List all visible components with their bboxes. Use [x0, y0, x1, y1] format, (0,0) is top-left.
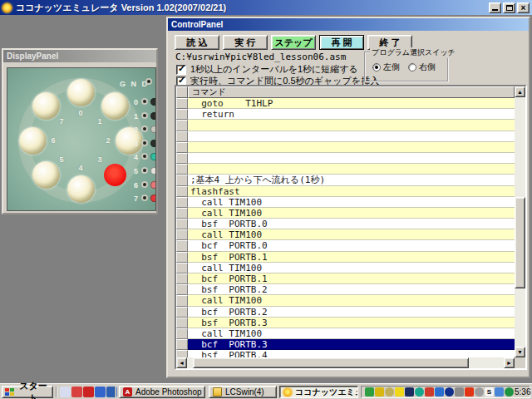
pin-label-5: 5 — [134, 167, 138, 175]
row-header-cell — [176, 263, 188, 273]
radio-left-side[interactable]: 左側 — [372, 62, 400, 73]
grid-row[interactable]: call TIM100 — [176, 229, 515, 240]
grid-row[interactable]: bcf PORTB.1 — [176, 273, 515, 284]
command-cell: bsf PORTB.4 — [188, 350, 515, 357]
grid-row[interactable]: bcf PORTB.0 — [176, 240, 515, 251]
grid-row[interactable]: bsf PORTB.2 — [176, 284, 515, 295]
pin-label-2: 2 — [134, 126, 138, 134]
quick-launch-icon-4[interactable] — [95, 387, 106, 397]
load-button[interactable]: 読 込 — [175, 35, 219, 50]
horizontal-scrollbar[interactable]: ◄ ► — [176, 357, 515, 368]
grid-row[interactable]: bsf PORTB.0 — [176, 219, 515, 229]
command-cell: bsf PORTB.1 — [188, 252, 515, 263]
scroll-down-button[interactable]: ▼ — [515, 347, 525, 357]
step-button[interactable]: ステップ — [271, 35, 316, 50]
resume-button[interactable]: 再 開 — [319, 35, 364, 50]
grid-row[interactable] — [176, 120, 515, 131]
tray-icon-13[interactable]: S — [485, 387, 494, 397]
quick-launch-icon-3[interactable] — [83, 387, 94, 397]
command-cell: bcf PORTB.2 — [188, 307, 515, 318]
display-panel-titlebar[interactable]: DisplayPanel — [3, 50, 156, 62]
program-switch-label: プログラム選択スイッチ — [370, 47, 457, 58]
command-cell: bsf PORTB.2 — [188, 284, 515, 295]
grid-row[interactable] — [176, 131, 515, 142]
radio-right-side[interactable]: 右側 — [408, 62, 436, 73]
led-number-label: 4 — [78, 164, 82, 172]
tray-icon-6[interactable] — [415, 387, 424, 397]
command-cell: bcf PORTB.0 — [188, 240, 515, 251]
quick-launch-icon-2[interactable] — [71, 387, 82, 397]
photoshop-icon: A — [123, 387, 132, 397]
task-button-emulator[interactable]: ココナッツエミュレータ V... — [279, 386, 358, 398]
task-label: ココナッツエミュレータ V... — [295, 387, 358, 398]
tray-icon-3[interactable] — [385, 387, 394, 397]
radio-left-circle[interactable] — [372, 63, 381, 71]
grid-row[interactable]: bsf PORTB.1 — [176, 252, 515, 263]
tray-icon-15[interactable] — [505, 387, 514, 397]
led-number-label: 2 — [106, 136, 110, 145]
grid-row[interactable] — [176, 153, 515, 164]
grid-row[interactable]: bsf PORTB.4 — [176, 350, 515, 357]
row-header-cell — [176, 273, 188, 284]
grid-row[interactable]: return — [176, 109, 515, 120]
command-cell — [188, 164, 515, 175]
grid-row[interactable]: bsf PORTB.3 — [176, 318, 515, 328]
grid-row[interactable]: goto T1HLP — [176, 98, 515, 109]
grid-row[interactable]: bcf PORTB.3 — [176, 339, 515, 350]
close-button[interactable]: × — [517, 2, 530, 13]
start-button[interactable]: スタート — [2, 386, 53, 398]
led-number-label: 0 — [78, 109, 82, 117]
grid-row[interactable]: call TIM100 — [176, 295, 515, 306]
row-header-cell — [176, 208, 188, 219]
vertical-scroll-thumb[interactable] — [515, 197, 525, 288]
radio-right-circle[interactable] — [408, 63, 416, 71]
tray-icon-8[interactable] — [435, 387, 444, 397]
horizontal-scroll-thumb[interactable] — [193, 357, 469, 368]
command-cell: goto T1HLP — [188, 98, 515, 109]
tray-icon-14[interactable] — [495, 387, 504, 397]
grid-row[interactable]: flashfast — [176, 186, 515, 197]
interval-shorten-option[interactable]: ✓ 1秒以上のインターバルを1秒に短縮する — [176, 63, 358, 76]
pin-hole — [141, 98, 148, 105]
control-panel-titlebar[interactable]: ControlPanel — [168, 18, 529, 31]
tray-icon-9[interactable] — [445, 387, 454, 397]
grid-row[interactable] — [176, 164, 515, 175]
minimize-button[interactable] — [489, 2, 501, 13]
pin-label-0: 0 — [134, 98, 138, 106]
restore-button[interactable] — [503, 2, 515, 13]
pin-wire-dot — [150, 167, 156, 175]
grid-row[interactable]: call TIM100 — [176, 263, 515, 273]
row-header-cell — [176, 153, 188, 164]
tray-icon-11[interactable] — [465, 387, 474, 397]
pin-hole — [141, 140, 148, 146]
scrollbar-corner — [515, 357, 525, 368]
grid-row[interactable]: call TIM100 — [176, 328, 515, 339]
row-header-cell — [176, 284, 188, 295]
tray-icon-5[interactable] — [405, 387, 414, 397]
run-button[interactable]: 実 行 — [223, 35, 268, 50]
command-cell: call TIM100 — [188, 263, 515, 273]
main-window-titlebar[interactable]: ココナッツエミュレータ Version 1.02(2007/02/21) × — [0, 0, 532, 15]
command-cell: bcf PORTB.1 — [188, 273, 515, 284]
row-header-cell — [176, 240, 188, 251]
grid-row[interactable]: ;基本4 上から下へ流れる(1秒) — [176, 175, 515, 185]
row-header-cell — [176, 307, 188, 318]
quick-launch-icon-1[interactable] — [60, 387, 71, 397]
interval-shorten-checkbox[interactable]: ✓ — [176, 65, 186, 75]
grid-row[interactable]: call TIM100 — [176, 208, 515, 219]
grid-row[interactable]: bcf PORTB.2 — [176, 307, 515, 318]
tray-icon-12[interactable] — [475, 387, 484, 397]
tray-icon-2[interactable] — [375, 387, 384, 397]
vertical-scrollbar[interactable]: ▲ ▼ — [515, 86, 525, 357]
scroll-up-button[interactable]: ▲ — [515, 86, 525, 97]
task-button-lcswin[interactable]: LCSwin(4) — [209, 386, 277, 398]
tray-icon-4[interactable] — [395, 387, 404, 397]
tray-icon-7[interactable] — [425, 387, 434, 397]
tray-icon-1[interactable] — [365, 387, 374, 397]
scroll-right-button[interactable]: ► — [504, 357, 515, 368]
scroll-left-button[interactable]: ◄ — [176, 357, 187, 368]
grid-row[interactable] — [176, 142, 515, 153]
grid-row[interactable]: call TIM100 — [176, 197, 515, 208]
task-button-photoshop[interactable]: A Adobe Photoshop — [119, 386, 205, 398]
tray-icon-10[interactable] — [455, 387, 464, 397]
